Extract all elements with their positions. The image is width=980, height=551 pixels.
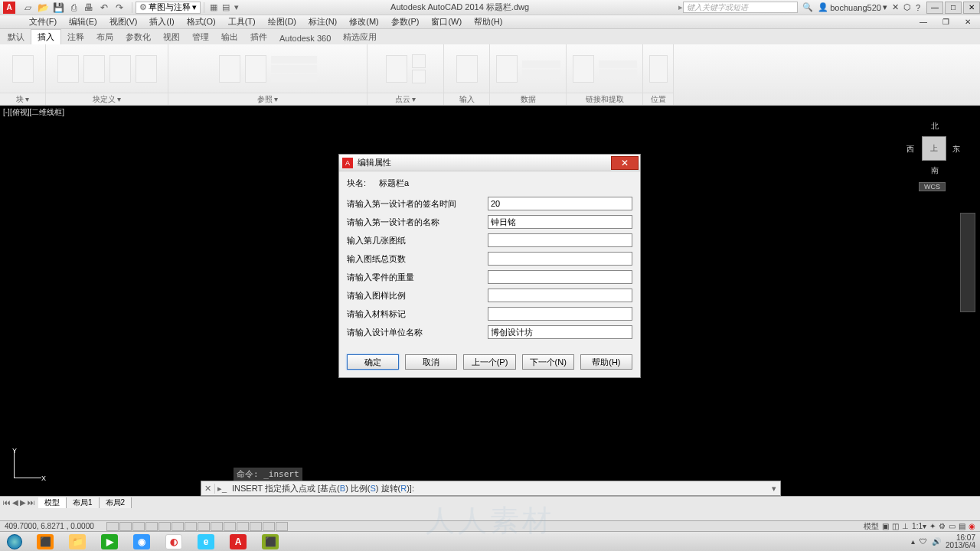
ribbon-stub[interactable] (412, 54, 426, 68)
qat-dropdown-icon[interactable]: ▾ (232, 2, 241, 12)
ducs-toggle[interactable] (198, 522, 210, 531)
status-icon[interactable]: ▣ (882, 522, 889, 530)
ribbon-stub[interactable] (599, 60, 637, 68)
dyn-toggle[interactable] (211, 522, 223, 531)
status-icon[interactable]: ✦ (929, 522, 936, 530)
ortho-toggle[interactable] (132, 522, 145, 531)
grid-toggle[interactable] (119, 522, 132, 531)
location-icon[interactable] (649, 55, 668, 83)
menu-item[interactable]: 插入(I) (143, 16, 180, 28)
viewcube[interactable]: 北 南 东 西 上 WCS (903, 113, 965, 190)
menu-item[interactable]: 标注(N) (302, 16, 343, 28)
coordinates[interactable]: 409.7000, 6.8271 , 0.0000 (0, 522, 99, 530)
status-icon[interactable]: ⊥ (902, 522, 909, 530)
command-prompt[interactable]: INSERT 指定插入点或 [基点(B) 比例(S) 旋转(R)]: (229, 483, 768, 494)
lwt-toggle[interactable] (224, 522, 236, 531)
ribbon-tab[interactable]: 视图 (157, 30, 186, 44)
qp-toggle[interactable] (250, 522, 262, 531)
viewcube-east[interactable]: 东 (952, 144, 960, 155)
next-button[interactable]: 下一个(N) (522, 354, 574, 370)
redo-icon[interactable]: ↷ (113, 2, 126, 14)
viewport-label[interactable]: [-][俯视][二维线框] (3, 107, 64, 118)
panel-label[interactable]: 参照 ▾ (168, 93, 367, 105)
exchange-icon[interactable]: ✕ (892, 2, 899, 12)
cmdline-close-icon[interactable]: ✕ (201, 484, 215, 494)
taskbar-ie[interactable]: e (191, 533, 221, 551)
attr-input[interactable] (488, 325, 632, 339)
command-line[interactable]: ✕ ▸_ INSERT 指定插入点或 [基点(B) 比例(S) 旋转(R)]: … (201, 481, 781, 496)
ribbon-tab[interactable]: Autodesk 360 (273, 32, 337, 44)
panel-label[interactable]: 块 ▾ (0, 93, 45, 105)
menu-item[interactable]: 格式(O) (181, 16, 222, 28)
otrack-toggle[interactable] (185, 522, 197, 531)
mdi-restore-button[interactable]: ❐ (936, 18, 956, 26)
menu-item[interactable]: 窗口(W) (425, 16, 468, 28)
viewcube-top[interactable]: 上 (922, 136, 946, 161)
osnap-toggle[interactable] (158, 522, 171, 531)
viewcube-south[interactable]: 南 (931, 165, 939, 176)
cloud-icon[interactable]: ⬡ (903, 2, 911, 12)
menu-item[interactable]: 绘图(D) (262, 16, 302, 28)
attr-input[interactable] (488, 197, 632, 210)
pointcloud-attach-icon[interactable] (386, 55, 407, 83)
menu-item[interactable]: 文件(F) (23, 16, 63, 28)
status-icon[interactable]: ◉ (969, 522, 975, 530)
import-icon[interactable] (456, 55, 478, 83)
taskbar-explorer[interactable]: 📁 (62, 533, 93, 551)
create-block-icon[interactable] (57, 55, 79, 83)
cmdline-dropdown-icon[interactable]: ▾ (768, 484, 780, 494)
ribbon-stub[interactable] (412, 70, 426, 83)
search-input[interactable]: 键入关键字或短语 (683, 2, 798, 13)
block-editor-icon[interactable] (136, 55, 157, 83)
layout-tab[interactable]: 布局2 (100, 497, 132, 508)
mdi-close-button[interactable]: ✕ (959, 18, 977, 26)
ribbon-tab[interactable]: 布局 (90, 30, 119, 44)
taskbar-player[interactable]: ▶ (94, 533, 125, 551)
app-icon[interactable]: A (3, 2, 15, 14)
taskbar-browser[interactable]: ◉ (126, 533, 157, 551)
viewcube-west[interactable]: 西 (906, 144, 914, 155)
model-tab[interactable]: 模型 (38, 497, 67, 508)
save-icon[interactable]: 💾 (52, 2, 64, 14)
attach-icon[interactable] (219, 55, 240, 83)
menu-item[interactable]: 视图(V) (103, 16, 144, 28)
am-toggle[interactable] (276, 522, 288, 531)
attr-input[interactable] (488, 233, 632, 247)
attr-input[interactable] (488, 307, 632, 321)
ribbon-tab-active[interactable]: 插入 (31, 29, 61, 44)
3dosnap-toggle[interactable] (172, 522, 184, 531)
open-icon[interactable]: 📂 (37, 2, 49, 14)
help-icon[interactable]: ? (916, 3, 920, 12)
ribbon-stub[interactable] (271, 74, 317, 82)
dialog-titlebar[interactable]: A 编辑属性 ✕ (339, 155, 640, 171)
menu-item[interactable]: 编辑(E) (63, 16, 103, 28)
prev-button[interactable]: 上一个(P) (463, 354, 515, 370)
attr-input[interactable] (488, 289, 632, 302)
model-space-button[interactable]: 模型 (864, 521, 879, 532)
attr-input[interactable] (488, 270, 632, 284)
define-attr-icon[interactable] (83, 55, 105, 83)
maximize-button[interactable]: □ (945, 2, 962, 14)
tpy-toggle[interactable] (237, 522, 249, 531)
status-icon[interactable]: ▭ (949, 522, 956, 530)
ok-button[interactable]: 确定 (347, 354, 399, 370)
tray-sound-icon[interactable]: 🔊 (932, 537, 941, 546)
viewcube-north[interactable]: 北 (931, 121, 939, 132)
taskbar-app2[interactable]: ⬛ (255, 533, 286, 551)
ribbon-tab[interactable]: 注释 (61, 30, 90, 44)
ribbon-tab[interactable]: 输出 (215, 30, 244, 44)
ribbon-stub[interactable] (522, 60, 560, 68)
cancel-button[interactable]: 取消 (405, 354, 457, 370)
tray-expand-icon[interactable]: ▴ (911, 537, 915, 546)
ribbon-stub[interactable] (271, 56, 317, 64)
attr-input[interactable] (488, 252, 632, 266)
field-icon[interactable] (496, 55, 518, 83)
ribbon-tab[interactable]: 默认 (2, 30, 31, 44)
panel-label[interactable]: 点云 ▾ (368, 93, 443, 105)
taskbar-autocad[interactable]: A (223, 533, 253, 551)
qat-extra1-icon[interactable]: ▦ (207, 2, 220, 12)
menu-item[interactable]: 工具(T) (222, 16, 262, 28)
attr-input[interactable] (488, 215, 632, 229)
close-button[interactable]: ✕ (963, 2, 980, 14)
ribbon-tab[interactable]: 管理 (186, 30, 215, 44)
